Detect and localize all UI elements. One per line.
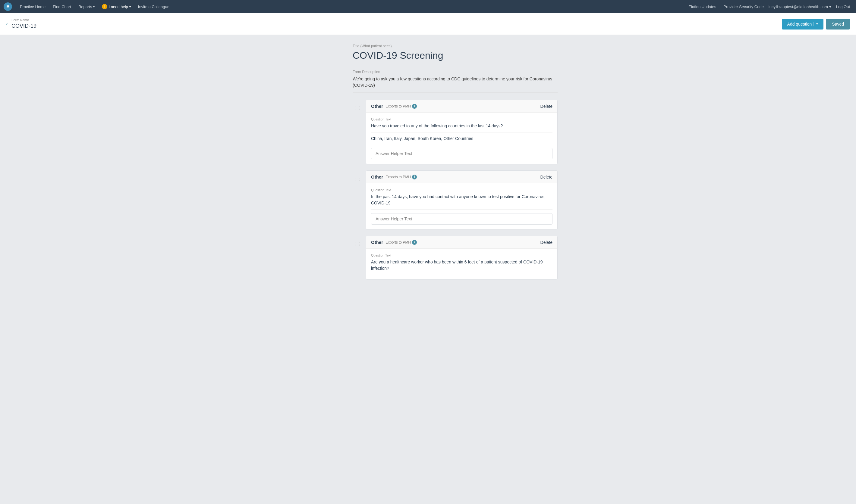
sidebar-left xyxy=(0,35,90,504)
exports-badge-1: Exports to PMH i xyxy=(386,104,417,109)
question-card-3: Other Exports to PMH i Delete Question T… xyxy=(366,236,558,280)
title-section-label: Title (What patient sees) xyxy=(353,44,558,48)
nav-reports[interactable]: Reports ▾ xyxy=(75,3,98,11)
delete-button-3[interactable]: Delete xyxy=(541,240,552,245)
description-label: Form Description xyxy=(353,70,558,74)
info-icon-2[interactable]: i xyxy=(412,175,417,179)
nav-reports-chevron: ▾ xyxy=(93,5,95,8)
add-question-label: Add question xyxy=(787,22,812,26)
question-text-3: Are you a healthcare worker who has been… xyxy=(371,259,552,274)
form-title-section: Title (What patient sees) COVID-19 Scree… xyxy=(353,44,558,92)
drag-handle-3[interactable]: ⋮⋮ xyxy=(353,236,362,247)
question-text-label-2: Question Text xyxy=(371,188,552,192)
exports-label-3: Exports to PMH xyxy=(386,240,411,245)
question-card-wrapper-3: ⋮⋮ Other Exports to PMH i Delete Questio… xyxy=(353,236,558,280)
answer-helper-input-1[interactable] xyxy=(371,148,552,159)
card-body-1: Question Text Have you traveled to any o… xyxy=(366,113,557,164)
nav-links: Practice Home Find Chart Reports ▾ ! I n… xyxy=(17,2,686,11)
nav-i-need-help[interactable]: ! I need help ▾ xyxy=(99,2,134,11)
form-title: COVID-19 Screening xyxy=(353,50,558,65)
question-card-1: Other Exports to PMH i Delete Question T… xyxy=(366,100,558,164)
card-header-3: Other Exports to PMH i Delete xyxy=(366,236,557,249)
nav-invite-colleague[interactable]: Invite a Colleague xyxy=(135,3,172,11)
nav-help-chevron: ▾ xyxy=(129,5,131,8)
warning-icon: ! xyxy=(102,4,107,9)
drag-handle-2[interactable]: ⋮⋮ xyxy=(353,170,362,182)
content-inner: Title (What patient sees) COVID-19 Scree… xyxy=(353,44,558,280)
question-card-2: Other Exports to PMH i Delete Question T… xyxy=(366,170,558,230)
question-text-2: In the past 14 days, have you had contac… xyxy=(371,194,552,210)
user-chevron-icon: ▾ xyxy=(829,4,831,9)
logout-button[interactable]: Log Out xyxy=(834,3,852,11)
question-card-wrapper-1: ⋮⋮ Other Exports to PMH i Delete Questio… xyxy=(353,100,558,164)
sub-header: ‹ Form Name Add question ▾ Saved xyxy=(0,13,856,35)
nav-practice-home[interactable]: Practice Home xyxy=(17,3,49,11)
card-body-2: Question Text In the past 14 days, have … xyxy=(366,183,557,230)
nav-elation-updates[interactable]: Elation Updates xyxy=(686,3,719,11)
answer-choices-1: China, Iran, Italy, Japan, South Korea, … xyxy=(371,136,552,144)
card-type-2: Other xyxy=(371,174,383,179)
content-area: Title (What patient sees) COVID-19 Scree… xyxy=(90,35,820,504)
back-button[interactable]: ‹ xyxy=(6,21,8,27)
add-question-button[interactable]: Add question ▾ xyxy=(782,19,824,30)
nav-reports-label: Reports xyxy=(79,4,92,9)
form-name-label: Form Name xyxy=(12,18,782,22)
question-text-label-1: Question Text xyxy=(371,118,552,121)
header-actions: Add question ▾ Saved xyxy=(782,19,850,30)
user-email-text: lucy.li+apptest@elationhealth.com xyxy=(769,4,828,9)
delete-button-1[interactable]: Delete xyxy=(541,104,552,109)
question-text-label-3: Question Text xyxy=(371,253,552,257)
card-header-1: Other Exports to PMH i Delete xyxy=(366,100,557,113)
saved-button[interactable]: Saved xyxy=(826,19,850,30)
answer-helper-input-2[interactable] xyxy=(371,213,552,224)
add-question-chevron-icon: ▾ xyxy=(814,22,818,26)
nav-help-label: I need help xyxy=(108,4,128,9)
nav-find-chart[interactable]: Find Chart xyxy=(50,3,74,11)
top-nav: E Practice Home Find Chart Reports ▾ ! I… xyxy=(0,0,856,13)
card-type-3: Other xyxy=(371,240,383,245)
card-body-3: Question Text Are you a healthcare worke… xyxy=(366,249,557,280)
question-card-wrapper-2: ⋮⋮ Other Exports to PMH i Delete Questio… xyxy=(353,170,558,230)
drag-handle-1[interactable]: ⋮⋮ xyxy=(353,100,362,111)
info-icon-3[interactable]: i xyxy=(412,240,417,245)
app-logo: E xyxy=(4,2,12,11)
nav-right: Elation Updates Provider Security Code l… xyxy=(686,3,852,11)
card-header-2: Other Exports to PMH i Delete xyxy=(366,171,557,183)
card-type-1: Other xyxy=(371,104,383,109)
question-text-1: Have you traveled to any of the followin… xyxy=(371,123,552,132)
exports-badge-2: Exports to PMH i xyxy=(386,175,417,179)
exports-badge-3: Exports to PMH i xyxy=(386,240,417,245)
form-name-input[interactable] xyxy=(12,22,90,30)
nav-provider-security-code[interactable]: Provider Security Code xyxy=(721,3,766,11)
exports-label-2: Exports to PMH xyxy=(386,175,411,179)
user-email[interactable]: lucy.li+apptest@elationhealth.com ▾ xyxy=(769,4,831,9)
form-name-section: Form Name xyxy=(12,18,782,30)
form-description: We're going to ask you a few questions a… xyxy=(353,76,558,92)
sidebar-right xyxy=(820,35,856,504)
delete-button-2[interactable]: Delete xyxy=(541,175,552,179)
main-content: Title (What patient sees) COVID-19 Scree… xyxy=(0,35,856,504)
info-icon-1[interactable]: i xyxy=(412,104,417,109)
exports-label-1: Exports to PMH xyxy=(386,104,411,108)
